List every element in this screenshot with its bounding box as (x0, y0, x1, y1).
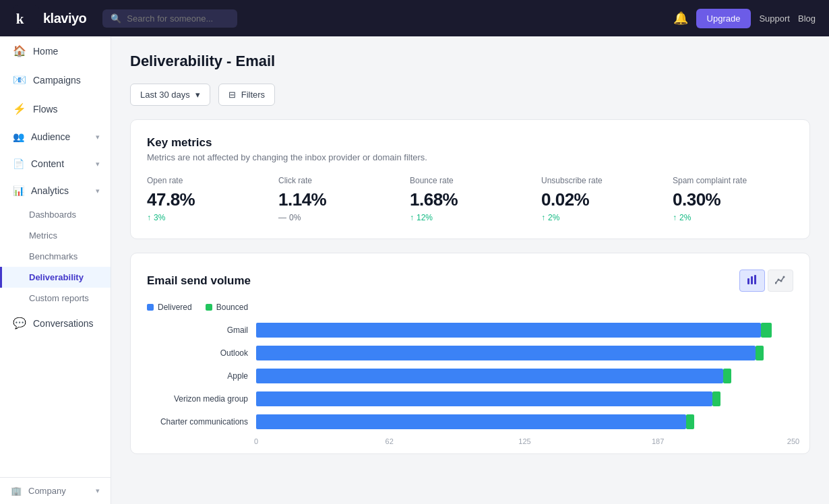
metric-spam-rate-value: 0.30% (673, 189, 793, 210)
bar-label-apple: Apple (147, 371, 248, 381)
delivered-label: Delivered (158, 303, 192, 312)
metric-click-rate: Click rate 1.14% 0% (278, 176, 399, 222)
email-send-volume-title: Email send volume (147, 274, 251, 288)
line-chart-toggle-button[interactable] (768, 270, 793, 292)
svg-text:k: k (16, 11, 24, 27)
sidebar-item-dashboards[interactable]: Dashboards (0, 204, 111, 225)
sidebar-item-home[interactable]: 🏠 Home (0, 36, 111, 65)
bar-bounced-gmail (761, 323, 772, 338)
metric-spam-rate: Spam complaint rate 0.30% 2% (673, 176, 793, 222)
metric-bounce-rate-change: 12% (410, 213, 530, 222)
audience-icon: 👥 (13, 131, 24, 142)
sidebar-item-metrics[interactable]: Metrics (0, 225, 111, 246)
sidebar-item-label-company: Company (28, 486, 66, 496)
logo-text: klaviyo (43, 11, 86, 26)
card-header: Email send volume (147, 270, 793, 292)
bar-bounced-verizon (712, 391, 720, 406)
content-area: Deliverability - Email Last 30 days ▾ ⊟ … (111, 36, 829, 504)
company-chevron-icon: ▾ (96, 486, 100, 495)
metric-open-rate-value: 47.8% (147, 189, 268, 210)
company-icon: 🏢 (11, 486, 22, 496)
flows-icon: ⚡ (13, 102, 26, 115)
upgrade-button[interactable]: Upgrade (696, 9, 751, 28)
content-icon: 📄 (13, 158, 24, 169)
content-chevron-icon: ▾ (96, 160, 100, 168)
sidebar-item-analytics[interactable]: 📊 Analytics ▾ (0, 177, 111, 204)
bar-container-gmail (256, 323, 793, 338)
support-link[interactable]: Support (759, 13, 790, 24)
klaviyo-logo: k (13, 5, 39, 31)
metric-open-rate: Open rate 47.8% 3% (147, 176, 268, 222)
email-send-volume-card: Email send volume (130, 253, 810, 454)
metric-unsubscribe-rate-value: 0.02% (541, 189, 662, 210)
bar-container-charter (256, 414, 793, 429)
bar-container-apple (256, 369, 793, 383)
open-rate-change-value: 3% (154, 213, 165, 222)
x-label-62: 62 (386, 437, 394, 445)
bar-delivered-verizon (256, 391, 712, 406)
navbar-actions: 🔔 Upgrade Support Blog (673, 9, 816, 28)
bar-chart-toggle-button[interactable] (739, 270, 765, 292)
logo: k klaviyo (13, 5, 86, 31)
audience-chevron-icon: ▾ (96, 133, 100, 141)
bounced-label: Bounced (216, 303, 248, 312)
bar-delivered-gmail (256, 323, 761, 338)
sidebar-item-benchmarks[interactable]: Benchmarks (0, 246, 111, 267)
chart-toggle (739, 270, 793, 292)
bar-chart: Gmail Outlook Apple (147, 323, 793, 437)
page-header: Deliverability - Email (130, 53, 810, 70)
svg-point-6 (778, 279, 780, 281)
search-input[interactable] (127, 13, 229, 24)
svg-point-8 (783, 276, 785, 278)
sidebar-item-conversations[interactable]: 💬 Conversations (0, 309, 111, 338)
sidebar-item-flows[interactable]: ⚡ Flows (0, 94, 111, 123)
delivered-dot (147, 304, 154, 311)
blog-link[interactable]: Blog (798, 13, 816, 24)
bar-label-charter: Charter communications (147, 417, 248, 427)
spam-rate-change-value: 2% (679, 213, 691, 222)
bar-delivered-charter (256, 414, 686, 429)
bar-bounced-charter (686, 414, 694, 429)
page-title: Deliverability - Email (130, 53, 810, 70)
sidebar: 🏠 Home 📧 Campaigns ⚡ Flows 👥 Audience ▾ … (0, 36, 111, 504)
bar-label-gmail: Gmail (147, 325, 248, 335)
sidebar-item-company[interactable]: 🏢 Company ▾ (0, 478, 111, 504)
legend-bounced: Bounced (206, 303, 248, 312)
line-chart-icon (775, 274, 786, 287)
bounce-rate-change-value: 12% (417, 213, 433, 222)
filters-button[interactable]: ⊟ Filters (218, 84, 275, 106)
sidebar-item-content[interactable]: 📄 Content ▾ (0, 150, 111, 177)
metric-unsubscribe-rate: Unsubscribe rate 0.02% 2% (541, 176, 662, 222)
svg-rect-2 (747, 278, 749, 284)
sidebar-item-custom-reports[interactable]: Custom reports (0, 288, 111, 309)
navbar: k klaviyo 🔍 🔔 Upgrade Support Blog (0, 0, 829, 36)
sidebar-item-campaigns[interactable]: 📧 Campaigns (0, 65, 111, 94)
key-metrics-card: Key metrics Metrics are not affected by … (130, 119, 810, 239)
sidebar-item-audience[interactable]: 👥 Audience ▾ (0, 123, 111, 150)
svg-point-7 (780, 280, 782, 282)
table-row: Apple (147, 369, 793, 383)
date-range-label: Last 30 days (140, 90, 190, 100)
table-row: Gmail (147, 323, 793, 338)
metric-unsubscribe-rate-label: Unsubscribe rate (541, 176, 662, 185)
filter-bar: Last 30 days ▾ ⊟ Filters (130, 84, 810, 106)
metric-click-rate-change: 0% (278, 213, 399, 222)
date-range-picker[interactable]: Last 30 days ▾ (130, 84, 210, 106)
search-bar[interactable]: 🔍 (102, 9, 237, 28)
sidebar-item-label-analytics: Analytics (31, 185, 69, 196)
click-rate-change-value: 0% (289, 213, 301, 222)
up-arrow-icon (147, 213, 151, 222)
metric-bounce-rate-label: Bounce rate (410, 176, 530, 185)
metric-bounce-rate: Bounce rate 1.68% 12% (410, 176, 530, 222)
sidebar-footer: 🏢 Company ▾ (0, 477, 111, 504)
notifications-button[interactable]: 🔔 (673, 11, 688, 26)
bar-container-outlook (256, 346, 793, 360)
sidebar-item-deliverability[interactable]: Deliverability (0, 267, 111, 288)
bar-bounced-apple (723, 369, 731, 383)
x-label-187: 187 (652, 437, 664, 445)
chart-legend: Delivered Bounced (147, 303, 793, 312)
sidebar-item-label-content: Content (31, 158, 64, 169)
bell-icon: 🔔 (673, 11, 688, 26)
up-arrow-icon-4 (673, 213, 677, 222)
date-chevron-icon: ▾ (195, 90, 200, 100)
